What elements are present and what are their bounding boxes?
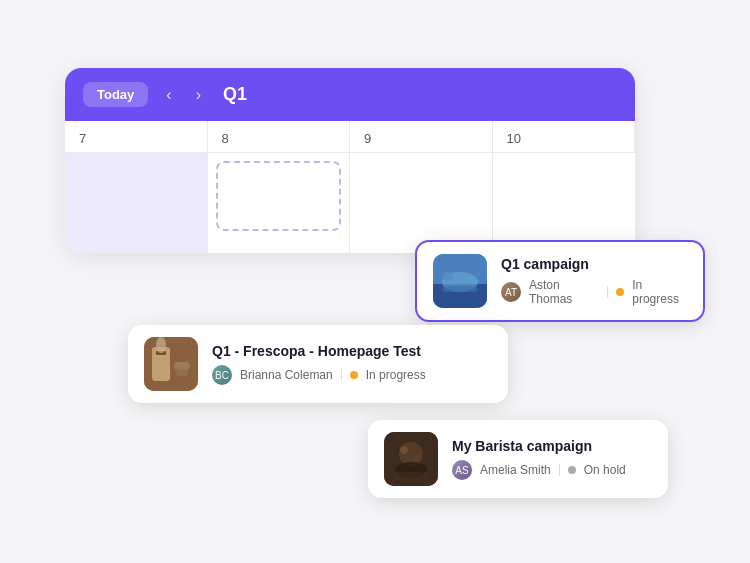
hold-dot xyxy=(568,466,576,474)
progress-dot xyxy=(350,371,358,379)
q1-campaign-card[interactable]: Q1 campaign AT Aston Thomas In progress xyxy=(415,240,705,322)
svg-point-15 xyxy=(415,455,421,461)
barista-card[interactable]: My Barista campaign AS Amelia Smith On h… xyxy=(368,420,668,498)
day-header-8: 8 xyxy=(208,121,351,153)
dashed-event xyxy=(216,161,342,231)
frescopa-meta: BC Brianna Coleman In progress xyxy=(212,365,492,385)
calendar-card: Today ‹ › Q1 7 8 9 10 xyxy=(65,68,635,253)
q1-campaign-status: In progress xyxy=(632,278,687,306)
day-header-7: 7 xyxy=(65,121,208,153)
aston-name: Aston Thomas xyxy=(529,278,599,306)
svg-rect-9 xyxy=(174,362,190,370)
svg-point-14 xyxy=(400,446,408,454)
svg-rect-10 xyxy=(176,370,188,376)
next-button[interactable]: › xyxy=(190,84,207,106)
meta-divider xyxy=(341,369,342,381)
barista-title: My Barista campaign xyxy=(452,438,652,454)
progress-dot xyxy=(616,288,624,296)
day-header-9: 9 xyxy=(350,121,493,153)
svg-rect-3 xyxy=(443,286,477,292)
barista-status: On hold xyxy=(584,463,626,477)
day-cell-8[interactable] xyxy=(208,153,351,253)
frescopa-info: Q1 - Frescopa - Homepage Test BC Brianna… xyxy=(212,343,492,385)
q1-campaign-meta: AT Aston Thomas In progress xyxy=(501,278,687,306)
brianna-avatar: BC xyxy=(212,365,232,385)
frescopa-thumbnail xyxy=(144,337,198,391)
prev-button[interactable]: ‹ xyxy=(160,84,177,106)
day-cell-10[interactable] xyxy=(493,153,636,253)
frescopa-title: Q1 - Frescopa - Homepage Test xyxy=(212,343,492,359)
calendar-header: Today ‹ › Q1 xyxy=(65,68,635,121)
day-header-10: 10 xyxy=(493,121,636,153)
day-cell-7[interactable] xyxy=(65,153,208,253)
amelia-name: Amelia Smith xyxy=(480,463,551,477)
svg-point-8 xyxy=(156,337,166,353)
meta-divider xyxy=(559,464,560,476)
amelia-avatar: AS xyxy=(452,460,472,480)
q1-campaign-title: Q1 campaign xyxy=(501,256,687,272)
aston-avatar: AT xyxy=(501,282,521,302)
brianna-name: Brianna Coleman xyxy=(240,368,333,382)
q1-campaign-info: Q1 campaign AT Aston Thomas In progress xyxy=(501,256,687,306)
svg-point-4 xyxy=(443,271,453,281)
barista-info: My Barista campaign AS Amelia Smith On h… xyxy=(452,438,652,480)
today-button[interactable]: Today xyxy=(83,82,148,107)
svg-rect-16 xyxy=(394,472,428,480)
frescopa-status: In progress xyxy=(366,368,426,382)
barista-meta: AS Amelia Smith On hold xyxy=(452,460,652,480)
calendar-grid: 7 8 9 10 xyxy=(65,121,635,253)
day-cell-9[interactable] xyxy=(350,153,493,253)
barista-thumbnail xyxy=(384,432,438,486)
q1-campaign-thumbnail xyxy=(433,254,487,308)
quarter-label: Q1 xyxy=(223,84,247,105)
meta-divider xyxy=(607,286,608,298)
frescopa-card[interactable]: Q1 - Frescopa - Homepage Test BC Brianna… xyxy=(128,325,508,403)
